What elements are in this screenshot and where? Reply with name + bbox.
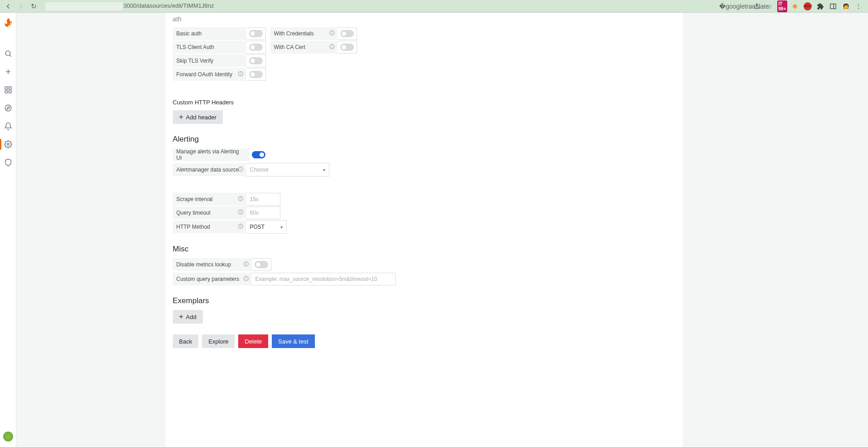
query-timeout-input[interactable]	[246, 206, 280, 219]
svg-rect-6	[5, 87, 7, 89]
info-icon[interactable]	[329, 30, 335, 37]
bookmark-star-icon[interactable]: ☆	[765, 2, 774, 10]
skip-tls-verify-label: Skip TLS Verify	[173, 54, 246, 67]
sidebar-create-icon[interactable]	[0, 64, 16, 80]
sidebar-dashboards-icon[interactable]	[0, 82, 16, 98]
svg-point-21	[240, 73, 241, 73]
info-icon[interactable]	[238, 166, 244, 173]
manage-alerts-toggle[interactable]	[252, 151, 265, 158]
add-exemplar-label: Add	[186, 314, 196, 320]
grafana-logo-icon[interactable]	[3, 17, 14, 28]
basic-auth-toggle[interactable]	[249, 30, 263, 37]
chevron-down-icon: ▾	[323, 167, 325, 172]
save-test-button[interactable]: Save & test	[272, 334, 314, 348]
tls-client-auth-toggle[interactable]	[249, 44, 263, 51]
svg-point-18	[332, 45, 332, 46]
with-credentials-label: With Credentials	[270, 27, 338, 40]
svg-point-12	[7, 143, 9, 146]
http-method-select[interactable]: POST ▾	[246, 220, 287, 234]
svg-point-15	[332, 32, 332, 32]
custom-query-params-label: Custom query parameters	[173, 273, 252, 285]
kebab-menu-icon[interactable]: ⋮	[854, 2, 863, 10]
svg-marker-11	[7, 107, 10, 109]
custom-query-params-input[interactable]	[251, 273, 396, 285]
back-button[interactable]: Back	[173, 334, 199, 348]
app-sidebar	[0, 13, 16, 447]
browser-chrome: ↻ 3000/datasources/edit/TtMM1J8nz �googl…	[0, 0, 868, 13]
query-timeout-label: Query timeout	[173, 206, 246, 219]
browser-reload-button[interactable]: ↻	[29, 2, 38, 11]
auth-section-heading-cut: ath	[173, 15, 676, 23]
svg-point-2	[5, 51, 10, 56]
sidepanel-icon[interactable]	[829, 2, 837, 10]
with-ca-cert-toggle[interactable]	[340, 44, 354, 51]
delete-button[interactable]: Delete	[238, 334, 268, 348]
sidebar-configuration-icon[interactable]	[0, 136, 16, 152]
sidebar-search-icon[interactable]	[0, 45, 16, 62]
extension-badge-1[interactable]: IT99+	[778, 2, 786, 10]
browser-extension-tray: �googletranslate ☆ IT99+ ✱ ABP 🧑 ⋮	[740, 2, 864, 10]
plus-icon: +	[179, 313, 183, 320]
disable-metrics-toggle[interactable]	[255, 261, 268, 268]
info-icon[interactable]	[238, 196, 244, 203]
tls-client-auth-label: TLS Client Auth	[173, 41, 246, 54]
svg-point-30	[240, 211, 241, 211]
svg-point-24	[240, 168, 241, 168]
svg-rect-9	[9, 91, 11, 93]
info-icon[interactable]	[243, 261, 249, 268]
footer-button-row: Back Explore Delete Save & test	[173, 334, 676, 348]
browser-url-bar[interactable]: 3000/datasources/edit/TtMM1J8nz	[42, 2, 736, 10]
plus-icon: +	[179, 113, 183, 121]
scrape-interval-label: Scrape interval	[173, 193, 246, 206]
add-header-label: Add header	[186, 114, 216, 121]
svg-point-36	[246, 263, 246, 263]
adblock-icon[interactable]: ABP	[804, 2, 812, 10]
info-icon[interactable]	[238, 209, 244, 216]
svg-rect-8	[5, 91, 7, 93]
info-icon[interactable]	[238, 71, 244, 78]
url-obscured-part	[45, 2, 123, 10]
with-ca-cert-label: With CA Cert	[270, 41, 338, 54]
translate-icon[interactable]: �googletranslate	[740, 2, 748, 10]
basic-auth-label: Basic auth	[173, 27, 246, 40]
svg-point-10	[5, 105, 11, 111]
browser-forward-button[interactable]	[16, 2, 25, 11]
profile-avatar-icon[interactable]: 🧑	[842, 2, 850, 10]
sidebar-admin-icon[interactable]	[0, 154, 16, 171]
extensions-puzzle-icon[interactable]	[816, 2, 824, 10]
misc-heading: Misc	[173, 245, 676, 254]
sidebar-user-avatar[interactable]	[3, 432, 13, 442]
sidebar-explore-icon[interactable]	[0, 100, 16, 116]
forward-oauth-toggle[interactable]	[249, 71, 263, 78]
share-icon[interactable]	[753, 2, 761, 10]
browser-back-button[interactable]	[4, 2, 13, 11]
info-icon[interactable]	[238, 223, 244, 231]
info-icon[interactable]	[243, 275, 249, 283]
svg-point-33	[240, 225, 241, 226]
exemplars-heading: Exemplars	[173, 296, 676, 305]
explore-button[interactable]: Explore	[202, 334, 235, 348]
alerting-heading: Alerting	[173, 135, 676, 144]
alertmanager-ds-placeholder: Choose	[250, 167, 269, 173]
extension-badge-2[interactable]: ✱	[791, 2, 799, 10]
alertmanager-ds-label: Alertmanager data source	[173, 163, 246, 176]
add-exemplar-button[interactable]: + Add	[173, 310, 203, 324]
svg-point-39	[246, 277, 246, 278]
alertmanager-ds-select[interactable]: Choose ▾	[246, 163, 329, 177]
custom-headers-heading: Custom HTTP Headers	[173, 99, 676, 106]
forward-oauth-label: Forward OAuth Identity	[173, 68, 246, 81]
http-method-value: POST	[250, 224, 265, 230]
sidebar-alerting-icon[interactable]	[0, 118, 16, 134]
svg-rect-7	[9, 87, 11, 89]
manage-alerts-label: Manage alerts via Alerting UI	[173, 148, 249, 161]
scrape-interval-input[interactable]	[246, 193, 280, 206]
datasource-settings-form: ath Basic auth With Credentials TLS Clie…	[166, 13, 683, 447]
url-visible-text: 3000/datasources/edit/TtMM1J8nz	[123, 2, 214, 9]
add-header-button[interactable]: + Add header	[173, 110, 223, 124]
skip-tls-verify-toggle[interactable]	[249, 57, 263, 64]
svg-point-27	[240, 197, 241, 198]
disable-metrics-label: Disable metrics lookup	[173, 258, 252, 271]
chevron-down-icon: ▾	[280, 225, 283, 230]
info-icon[interactable]	[329, 44, 335, 51]
with-credentials-toggle[interactable]	[340, 30, 354, 37]
